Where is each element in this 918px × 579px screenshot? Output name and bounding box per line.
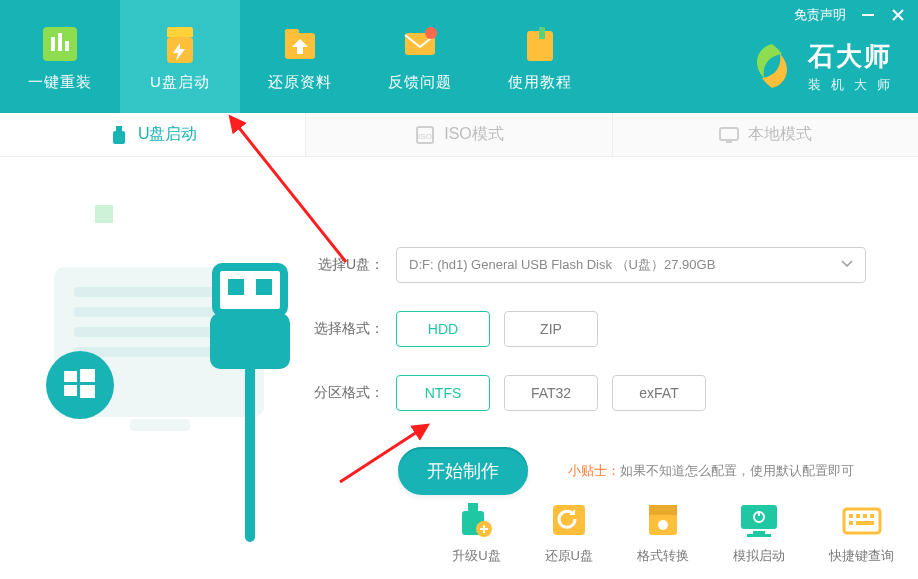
action-hotkey-query[interactable]: 快捷键查询 <box>829 501 894 565</box>
svg-point-8 <box>425 27 437 39</box>
row-select-format: 选择格式： HDD ZIP <box>312 311 878 347</box>
select-format-label: 选择格式： <box>312 320 384 338</box>
partition-opt-exfat[interactable]: exFAT <box>612 375 706 411</box>
brand: 石大师 装机大师 <box>744 38 900 94</box>
menu-label: 使用教程 <box>508 73 572 92</box>
select-udisk-dropdown[interactable]: D:F: (hd1) General USB Flash Disk （U盘）27… <box>396 247 866 283</box>
window-controls: 免责声明 <box>794 6 906 24</box>
tutorial-icon <box>517 21 563 67</box>
usb-boot-icon <box>157 21 203 67</box>
partition-label: 分区格式： <box>312 384 384 402</box>
start-button-label: 开始制作 <box>427 459 499 483</box>
svg-rect-33 <box>468 503 478 511</box>
row-partition: 分区格式： NTFS FAT32 exFAT <box>312 375 878 411</box>
svg-rect-17 <box>726 141 732 143</box>
sub-tabs: U盘启动 ISO ISO模式 本地模式 <box>0 113 918 157</box>
menu-tutorial[interactable]: 使用教程 <box>480 0 600 113</box>
tip-label: 小贴士： <box>568 463 620 478</box>
action-label: 快捷键查询 <box>829 547 894 565</box>
action-format-convert[interactable]: 格式转换 <box>637 501 689 565</box>
svg-rect-11 <box>862 14 874 16</box>
chevron-down-icon <box>841 258 853 273</box>
svg-rect-41 <box>753 531 765 534</box>
svg-rect-26 <box>80 369 95 382</box>
svg-rect-44 <box>758 511 760 516</box>
local-icon <box>718 124 740 146</box>
svg-rect-40 <box>741 505 777 529</box>
svg-rect-6 <box>285 29 299 37</box>
main-menu: 一键重装 U盘启动 还原资料 反馈问题 使用教程 <box>0 0 600 113</box>
svg-text:ISO: ISO <box>418 132 432 141</box>
svg-rect-48 <box>863 514 867 518</box>
svg-rect-32 <box>210 313 290 369</box>
svg-rect-51 <box>856 521 874 525</box>
partition-opt-ntfs[interactable]: NTFS <box>396 375 490 411</box>
illustration <box>0 157 306 579</box>
form-area: 选择U盘： D:F: (hd1) General USB Flash Disk … <box>306 157 918 579</box>
format-opt-zip[interactable]: ZIP <box>504 311 598 347</box>
svg-rect-50 <box>849 521 853 525</box>
svg-rect-46 <box>849 514 853 518</box>
menu-feedback[interactable]: 反馈问题 <box>360 0 480 113</box>
action-simulate-boot[interactable]: 模拟启动 <box>733 501 785 565</box>
action-label: 升级U盘 <box>452 547 500 565</box>
iso-icon: ISO <box>414 124 436 146</box>
svg-rect-28 <box>80 385 95 398</box>
start-row: 开始制作 小贴士：如果不知道怎么配置，使用默认配置即可 <box>312 447 878 495</box>
menu-label: 一键重装 <box>28 73 92 92</box>
restore-usb-icon <box>547 501 591 539</box>
svg-rect-47 <box>856 514 860 518</box>
disclaimer-link[interactable]: 免责声明 <box>794 6 846 24</box>
close-button[interactable] <box>890 7 906 23</box>
svg-rect-25 <box>64 371 77 382</box>
partition-options: NTFS FAT32 exFAT <box>396 375 706 411</box>
tab-usb-boot[interactable]: U盘启动 <box>0 113 306 156</box>
body-area: 选择U盘： D:F: (hd1) General USB Flash Disk … <box>0 157 918 579</box>
svg-rect-10 <box>539 27 545 39</box>
bottom-actions: 升级U盘 还原U盘 格式转换 模拟启动 <box>452 501 894 565</box>
tab-local[interactable]: 本地模式 <box>613 113 918 156</box>
svg-rect-31 <box>256 279 272 295</box>
svg-rect-38 <box>649 505 677 515</box>
menu-usb-boot[interactable]: U盘启动 <box>120 0 240 113</box>
tab-iso[interactable]: ISO ISO模式 <box>306 113 612 156</box>
menu-label: U盘启动 <box>150 73 210 92</box>
select-udisk-label: 选择U盘： <box>312 256 384 274</box>
reinstall-icon <box>37 21 83 67</box>
svg-rect-13 <box>113 131 125 144</box>
svg-rect-16 <box>720 128 738 140</box>
tab-label: 本地模式 <box>748 124 812 145</box>
menu-restore[interactable]: 还原资料 <box>240 0 360 113</box>
menu-label: 还原资料 <box>268 73 332 92</box>
top-bar: 一键重装 U盘启动 还原资料 反馈问题 使用教程 免责声 <box>0 0 918 113</box>
row-select-udisk: 选择U盘： D:F: (hd1) General USB Flash Disk … <box>312 247 878 283</box>
svg-rect-42 <box>747 534 771 537</box>
format-opt-hdd[interactable]: HDD <box>396 311 490 347</box>
action-restore-usb[interactable]: 还原U盘 <box>545 501 593 565</box>
svg-rect-27 <box>64 385 77 396</box>
brand-logo-icon <box>744 38 800 94</box>
action-label: 还原U盘 <box>545 547 593 565</box>
minimize-button[interactable] <box>860 7 876 23</box>
tip: 小贴士：如果不知道怎么配置，使用默认配置即可 <box>568 462 854 480</box>
action-label: 模拟启动 <box>733 547 785 565</box>
minimize-icon <box>862 9 874 21</box>
upgrade-usb-icon <box>454 501 498 539</box>
feedback-icon <box>397 21 443 67</box>
menu-reinstall[interactable]: 一键重装 <box>0 0 120 113</box>
svg-rect-49 <box>870 514 874 518</box>
simulate-boot-icon <box>737 501 781 539</box>
svg-rect-2 <box>58 33 62 51</box>
svg-rect-3 <box>65 41 69 51</box>
format-convert-icon <box>641 501 685 539</box>
action-upgrade-usb[interactable]: 升级U盘 <box>452 501 500 565</box>
menu-label: 反馈问题 <box>388 73 452 92</box>
svg-point-39 <box>658 520 668 530</box>
brand-title: 石大师 <box>808 39 900 74</box>
svg-rect-12 <box>116 126 122 131</box>
start-button[interactable]: 开始制作 <box>398 447 528 495</box>
partition-opt-fat32[interactable]: FAT32 <box>504 375 598 411</box>
action-label: 格式转换 <box>637 547 689 565</box>
brand-subtitle: 装机大师 <box>808 76 900 94</box>
svg-rect-23 <box>130 419 190 431</box>
